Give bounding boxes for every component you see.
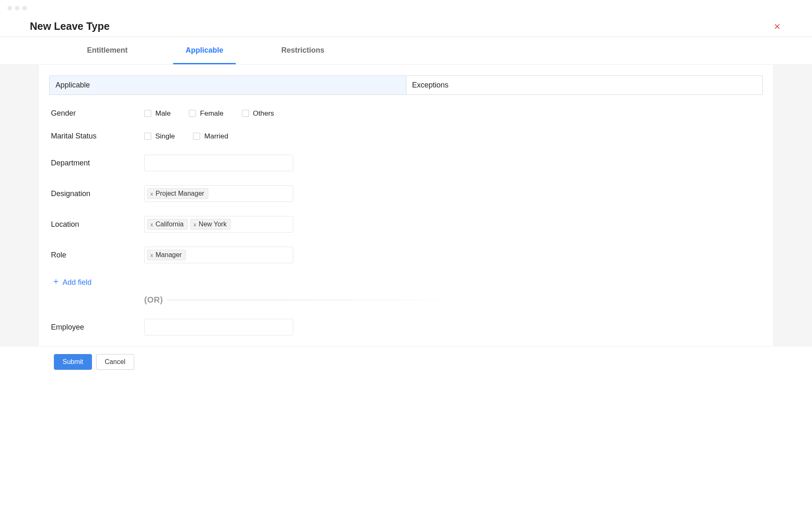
sub-tabs: Applicable Exceptions [49,75,763,95]
add-field-label: Add field [63,278,92,287]
tag-label: New York [199,221,227,228]
dot-icon [22,6,27,10]
row-gender: Gender Male Female Others [51,109,763,118]
page-title: New Leave Type [30,20,110,32]
checkbox-icon [144,133,151,140]
checkbox-icon [144,110,151,117]
plus-icon [53,278,59,287]
marital-status-label: Marital Status [51,132,144,141]
content-area: Applicable Exceptions Gender Male Female [0,65,812,347]
row-location: Location x California x New York [51,216,763,233]
close-icon[interactable] [772,22,782,32]
row-employee: Employee [51,319,763,335]
dot-icon [15,6,19,10]
tag-label: Project Manager [156,190,204,197]
subtab-exceptions[interactable]: Exceptions [406,76,763,95]
footer-actions: Submit Cancel [0,347,812,380]
row-designation: Designation x Project Manager [51,185,763,202]
form: Gender Male Female Others [49,109,763,335]
subtab-applicable[interactable]: Applicable [49,75,406,95]
location-label: Location [51,220,144,229]
role-label: Role [51,251,144,260]
row-department: Department [51,155,763,171]
cancel-button[interactable]: Cancel [96,354,134,370]
designation-label: Designation [51,189,144,198]
location-input[interactable]: x California x New York [144,216,293,233]
department-label: Department [51,159,144,167]
tab-restrictions[interactable]: Restrictions [269,37,337,64]
checkbox-icon [193,133,200,140]
gender-others-checkbox[interactable]: Others [242,109,274,118]
marital-married-label: Married [204,132,228,141]
designation-input[interactable]: x Project Manager [144,185,293,202]
primary-tabs: Entitlement Applicable Restrictions [0,37,812,65]
gender-female-label: Female [200,109,224,118]
tag: x Manager [147,250,186,260]
gender-male-label: Male [155,109,171,118]
tab-applicable[interactable]: Applicable [173,37,236,64]
submit-button[interactable]: Submit [54,354,92,370]
tag: x New York [190,219,231,230]
tag: x Project Manager [147,188,208,199]
row-marital-status: Marital Status Single Married [51,132,763,141]
gender-others-label: Others [253,109,274,118]
marital-status-options: Single Married [144,132,228,141]
panel: Applicable Exceptions Gender Male Female [38,65,774,347]
marital-single-checkbox[interactable]: Single [144,132,175,141]
checkbox-icon [242,110,249,117]
remove-tag-icon[interactable]: x [150,252,153,258]
row-role: Role x Manager [51,247,763,263]
divider-line [167,300,457,300]
add-field-button[interactable]: Add field [51,277,763,293]
or-divider: (OR) [144,295,763,305]
tag-label: California [156,221,184,228]
gender-label: Gender [51,109,144,118]
page-header: New Leave Type [0,13,812,37]
department-input[interactable] [144,155,293,171]
employee-input[interactable] [144,319,293,335]
marital-married-checkbox[interactable]: Married [193,132,228,141]
or-text: (OR) [144,295,163,305]
tag-label: Manager [156,251,182,259]
gender-options: Male Female Others [144,109,274,118]
remove-tag-icon[interactable]: x [150,221,153,228]
employee-label: Employee [51,323,144,332]
gender-male-checkbox[interactable]: Male [144,109,171,118]
gender-female-checkbox[interactable]: Female [189,109,224,118]
tag: x California [147,219,188,230]
checkbox-icon [189,110,196,117]
remove-tag-icon[interactable]: x [193,221,196,228]
window-traffic-lights [0,0,812,13]
tab-entitlement[interactable]: Entitlement [75,37,140,64]
role-input[interactable]: x Manager [144,247,293,263]
marital-single-label: Single [155,132,175,141]
remove-tag-icon[interactable]: x [150,191,153,197]
dot-icon [7,6,12,10]
